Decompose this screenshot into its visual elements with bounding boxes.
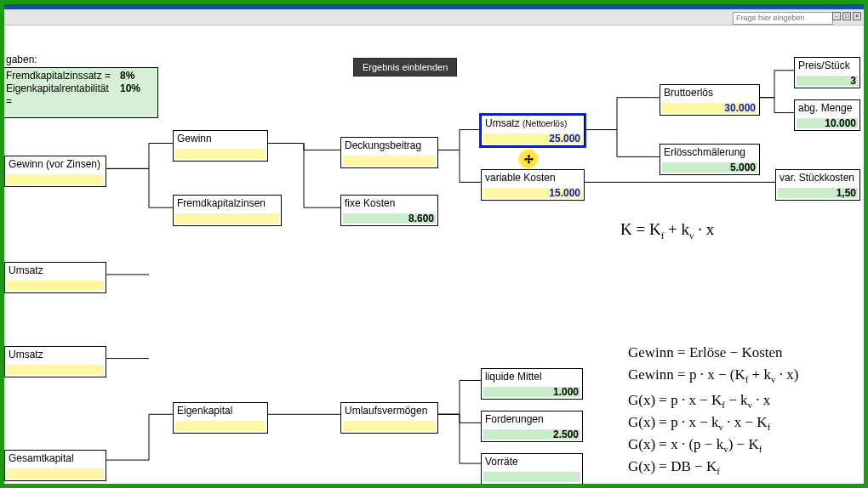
node-value: 10.000	[825, 117, 856, 129]
window-controls: - □ ×	[832, 12, 861, 20]
node-forderungen[interactable]: Forderungen 2.500	[481, 411, 583, 442]
node-variable-kosten[interactable]: variable Kosten 15.000	[481, 169, 585, 201]
inputs-heading: gaben:	[6, 54, 37, 65]
node-value: 15.000	[549, 187, 580, 199]
node-title: Umlaufsvermögen	[341, 403, 437, 419]
formula-g1: G(x) = p · x − Kf − kv · x	[628, 392, 770, 410]
node-title: Forderungen	[482, 411, 582, 428]
node-title: liquide Mittel	[482, 369, 582, 385]
node-value: 2.500	[553, 428, 579, 440]
node-gewinn-vor-zinsen[interactable]: Gewinn (vor Zinsen)	[4, 156, 106, 187]
node-title: Umsatz (Nettoerlös)	[482, 116, 584, 132]
input-row-fk-zins: Fremdkapitalzinssatz = 8%	[6, 70, 157, 82]
node-title: Gewinn	[174, 131, 267, 147]
node-title: Umsatz	[5, 263, 106, 279]
input-value: 10%	[120, 82, 154, 108]
node-value: 1,50	[837, 187, 856, 199]
input-row-ek-rent: Eigenkapitalrentabilität = 10%	[6, 82, 157, 108]
node-umsatz-3[interactable]: Umsatz	[4, 346, 106, 377]
node-erloesschmaelerung[interactable]: Erlösschmälerung 5.000	[660, 144, 760, 175]
node-title: variable Kosten	[482, 170, 584, 186]
node-gewinn[interactable]: Gewinn	[173, 130, 268, 162]
question-input[interactable]	[733, 12, 833, 25]
formula-g4: G(x) = DB − Kf	[628, 458, 720, 476]
node-value: 3	[850, 75, 856, 87]
node-value: 25.000	[549, 133, 580, 145]
window-min-icon[interactable]: -	[832, 12, 841, 20]
node-fixe-kosten[interactable]: fixe Kosten 8.600	[340, 195, 438, 226]
formula-gewinn-1: Gewinn = Erlöse − Kosten	[628, 344, 783, 361]
node-value: 5.000	[730, 162, 756, 173]
node-abg-menge[interactable]: abg. Menge 10.000	[794, 99, 860, 131]
node-value: 30.000	[724, 102, 756, 114]
node-value: 8.600	[408, 213, 434, 224]
node-title: Deckungsbeitrag	[341, 138, 437, 154]
node-title: Bruttoerlös	[660, 85, 759, 101]
input-label: Eigenkapitalrentabilität =	[6, 82, 117, 108]
window-max-icon[interactable]: □	[842, 12, 851, 20]
node-eigenkapital[interactable]: Eigenkapital	[173, 402, 268, 434]
node-bruttoerloes[interactable]: Bruttoerlös 30.000	[660, 84, 760, 116]
cursor-highlight-icon: ✢	[518, 149, 539, 169]
ergebnis-button[interactable]: Ergebnis einblenden	[353, 58, 457, 77]
node-umsatz[interactable]: Umsatz (Nettoerlös) 25.000	[481, 115, 585, 146]
node-umsatz-2[interactable]: Umsatz	[4, 262, 106, 293]
node-var-stueckkosten[interactable]: var. Stückkosten 1,50	[775, 169, 860, 201]
node-fremdkapitalzinsen[interactable]: Fremdkapitalzinsen	[173, 195, 282, 226]
node-gesamtkapital[interactable]: Gesamtkapital	[4, 450, 106, 481]
node-title: Gesamtkapital	[5, 451, 106, 467]
node-title: Gewinn (vor Zinsen)	[5, 156, 106, 173]
node-title: Preis/Stück	[795, 58, 859, 74]
node-title: Fremdkapitalzinsen	[174, 196, 281, 212]
node-value: 1.000	[553, 386, 579, 398]
node-title: abg. Menge	[795, 100, 859, 116]
node-vorraete[interactable]: Vorräte	[481, 453, 583, 484]
formula-g2: G(x) = p · x − kv · x − Kf	[628, 414, 770, 432]
node-title: Erlösschmälerung	[660, 145, 759, 161]
node-title: Umsatz	[5, 347, 106, 363]
app-frame: - □ ×	[0, 0, 868, 488]
node-title: fixe Kosten	[341, 196, 437, 212]
node-title: Vorräte	[482, 454, 582, 470]
node-liquide-mittel[interactable]: liquide Mittel 1.000	[481, 368, 583, 400]
formula-g3: G(x) = x · (p − kv) − Kf	[628, 436, 762, 454]
window-close-icon[interactable]: ×	[853, 12, 861, 20]
node-deckungsbeitrag[interactable]: Deckungsbeitrag	[340, 137, 438, 168]
node-title: var. Stückkosten	[776, 170, 859, 186]
diagram-canvas: gaben: Fremdkapitalzinssatz = 8% Eigenka…	[4, 26, 864, 484]
input-value: 8%	[120, 70, 154, 82]
node-title: Eigenkapital	[174, 403, 267, 419]
inputs-panel: Fremdkapitalzinssatz = 8% Eigenkapitalre…	[4, 67, 158, 118]
node-preis-stueck[interactable]: Preis/Stück 3	[794, 57, 860, 88]
node-umlaufvermoegen[interactable]: Umlaufsvermögen	[340, 402, 438, 434]
formula-k: K = Kf + kv · x	[620, 220, 714, 241]
formula-gewinn-2: Gewinn = p · x − (Kf + kv · x)	[628, 366, 798, 384]
input-label: Fremdkapitalzinssatz =	[6, 70, 117, 82]
